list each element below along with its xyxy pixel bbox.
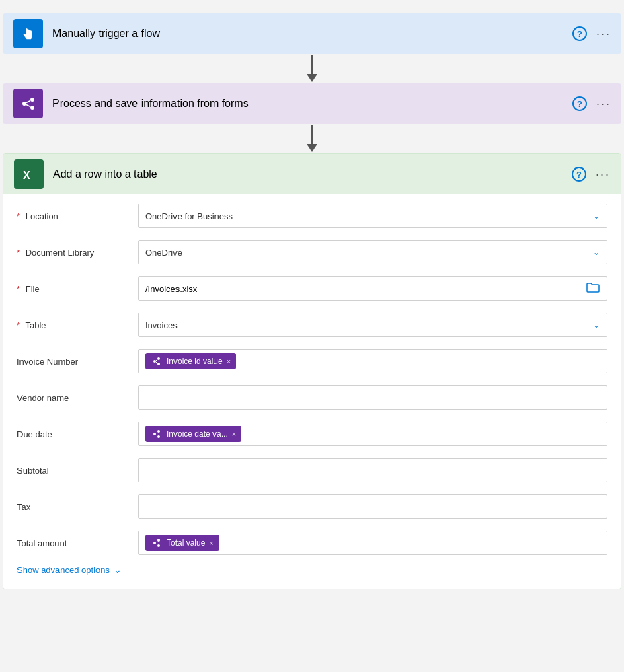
trigger-actions: ? ··· xyxy=(572,26,611,41)
arrow-1-head xyxy=(307,74,317,82)
process-share-icon xyxy=(19,94,38,113)
excel-help-button[interactable]: ? xyxy=(572,167,586,182)
invoice-number-tag: Invoice id value × xyxy=(145,353,236,369)
excel-form-body: * Location OneDrive for Business ⌄ * Doc… xyxy=(3,194,621,589)
arrow-2-head xyxy=(307,144,317,152)
file-label: * File xyxy=(17,284,138,294)
field-row-subtotal: Subtotal xyxy=(17,455,607,485)
document-library-label: * Document Library xyxy=(17,248,138,258)
document-library-value: OneDrive xyxy=(145,248,182,258)
file-browse-icon[interactable] xyxy=(586,281,600,296)
svg-line-10 xyxy=(156,359,157,361)
tax-input[interactable] xyxy=(138,494,607,519)
svg-text:X: X xyxy=(23,170,30,181)
show-advanced-label: Show advanced options xyxy=(17,565,110,575)
location-dropdown[interactable]: OneDrive for Business ⌄ xyxy=(138,204,607,228)
svg-point-7 xyxy=(157,357,160,360)
trigger-header: Manually trigger a flow ? ··· xyxy=(3,13,621,54)
due-date-tag: Invoice date va... × xyxy=(145,426,241,442)
process-step: Process and save information from forms … xyxy=(3,83,621,124)
total-tag-close[interactable]: × xyxy=(209,539,213,547)
invoice-tag-icon xyxy=(151,355,163,367)
excel-step: X Add a row into a table ? ··· * Locatio… xyxy=(3,153,621,589)
excel-more-button[interactable]: ··· xyxy=(596,167,610,182)
svg-point-19 xyxy=(157,544,160,547)
field-row-table: * Table Invoices ⌄ xyxy=(17,310,607,340)
location-required-star: * xyxy=(17,211,20,221)
excel-title: Add a row into a table xyxy=(53,168,572,180)
file-input[interactable]: /Invoices.xlsx xyxy=(138,276,607,301)
field-row-due-date: Due date Invoice d xyxy=(17,419,607,449)
process-question-icon: ? xyxy=(572,96,587,111)
svg-line-16 xyxy=(156,435,157,436)
process-help-button[interactable]: ? xyxy=(572,96,587,111)
table-chevron-icon: ⌄ xyxy=(593,320,600,330)
total-amount-tag: Total value × xyxy=(145,535,219,551)
due-date-input[interactable]: Invoice date va... × xyxy=(138,422,607,446)
show-advanced-chevron-icon: ⌄ xyxy=(114,564,122,575)
location-value: OneDrive for Business xyxy=(145,211,233,221)
arrow-2-line xyxy=(311,125,313,144)
subtotal-input[interactable] xyxy=(138,458,607,482)
excel-icon: X xyxy=(14,159,44,189)
hand-icon xyxy=(19,24,38,43)
svg-line-11 xyxy=(156,362,157,363)
field-row-document-library: * Document Library OneDrive ⌄ xyxy=(17,237,607,267)
location-chevron-icon: ⌄ xyxy=(593,211,600,221)
doc-lib-chevron-icon: ⌄ xyxy=(593,248,600,257)
svg-point-2 xyxy=(30,106,34,110)
field-row-vendor-name: Vendor name xyxy=(17,383,607,412)
svg-point-17 xyxy=(157,539,160,542)
field-row-location: * Location OneDrive for Business ⌄ xyxy=(17,201,607,231)
trigger-help-button[interactable]: ? xyxy=(572,26,587,41)
excel-question-icon: ? xyxy=(572,167,586,182)
invoice-tag-close[interactable]: × xyxy=(227,357,231,365)
field-row-file: * File /Invoices.xlsx xyxy=(17,274,607,303)
due-date-tag-icon xyxy=(151,428,163,440)
svg-point-13 xyxy=(153,433,156,435)
table-dropdown[interactable]: Invoices ⌄ xyxy=(138,313,607,337)
document-library-dropdown[interactable]: OneDrive ⌄ xyxy=(138,240,607,264)
excel-header: X Add a row into a table ? ··· xyxy=(3,154,621,194)
svg-line-20 xyxy=(156,541,157,542)
svg-line-3 xyxy=(26,101,30,103)
show-advanced-button[interactable]: Show advanced options ⌄ xyxy=(17,564,122,575)
invoice-tag-text: Invoice id value xyxy=(167,357,223,366)
total-amount-label: Total amount xyxy=(17,538,138,548)
trigger-step: Manually trigger a flow ? ··· xyxy=(3,13,621,54)
svg-line-15 xyxy=(156,432,157,433)
subtotal-label: Subtotal xyxy=(17,465,138,476)
svg-point-0 xyxy=(30,98,34,102)
table-label: * Table xyxy=(17,320,138,330)
field-row-total-amount: Total amount Total xyxy=(17,528,607,558)
invoice-number-input[interactable]: Invoice id value × xyxy=(138,349,607,373)
invoice-number-label: Invoice Number xyxy=(17,357,138,367)
process-actions: ? ··· xyxy=(572,96,611,111)
field-row-invoice-number: Invoice Number Inv xyxy=(17,346,607,376)
svg-point-1 xyxy=(22,102,26,106)
svg-line-4 xyxy=(26,105,30,107)
vendor-name-label: Vendor name xyxy=(17,393,138,403)
due-date-tag-text: Invoice date va... xyxy=(167,429,228,439)
file-required-star: * xyxy=(17,284,20,294)
vendor-name-input[interactable] xyxy=(138,385,607,410)
process-icon xyxy=(13,89,43,118)
total-amount-input[interactable]: Total value × xyxy=(138,531,607,555)
flow-container: Manually trigger a flow ? ··· xyxy=(13,13,611,589)
process-more-button[interactable]: ··· xyxy=(596,97,611,111)
tax-label: Tax xyxy=(17,502,138,512)
arrow-1-line xyxy=(311,55,313,74)
process-header: Process and save information from forms … xyxy=(3,83,621,124)
table-value: Invoices xyxy=(145,320,178,330)
trigger-more-button[interactable]: ··· xyxy=(596,27,611,41)
trigger-question-icon: ? xyxy=(572,26,587,41)
due-date-tag-close[interactable]: × xyxy=(232,430,236,438)
trigger-icon xyxy=(13,19,43,48)
due-date-label: Due date xyxy=(17,429,138,439)
file-value: /Invoices.xlsx xyxy=(145,284,197,294)
total-tag-text: Total value xyxy=(167,538,205,548)
svg-point-14 xyxy=(157,435,160,438)
svg-point-12 xyxy=(157,430,160,433)
excel-logo-icon: X xyxy=(20,165,38,184)
svg-point-8 xyxy=(153,360,156,363)
